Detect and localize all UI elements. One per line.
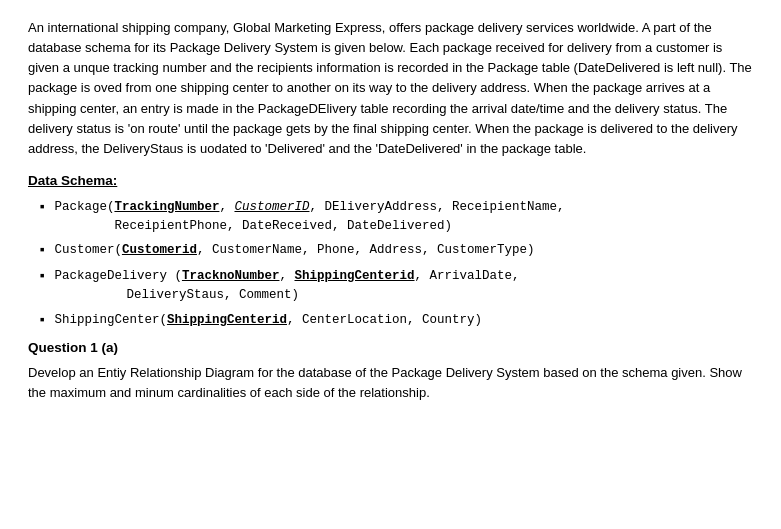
packagedelivery-pk: TracknoNumber (182, 269, 280, 283)
package-pk: TrackingNumber (114, 200, 219, 214)
package-fk: CustomerID (234, 200, 309, 214)
packagedelivery-fk: ShippingCenterid (294, 269, 414, 283)
package-entry: Package(TrackingNumber, CustomerID, DEli… (54, 198, 564, 236)
schema-list: ▪ Package(TrackingNumber, CustomerID, DE… (28, 198, 753, 330)
bullet-package: ▪ (38, 198, 46, 218)
bullet-packagedelivery: ▪ (38, 267, 46, 287)
packagedelivery-entry: PackageDelivery (TracknoNumber, Shipping… (54, 267, 519, 305)
schema-item-packagedelivery: ▪ PackageDelivery (TracknoNumber, Shippi… (38, 267, 753, 305)
packagedelivery-line1: PackageDelivery (TracknoNumber, Shipping… (54, 267, 519, 286)
customer-entry: Customer(Customerid, CustomerName, Phone… (54, 241, 534, 260)
customer-pk: Customerid (122, 243, 197, 257)
packagedelivery-line2: DeliveryStaus, Comment) (54, 286, 519, 305)
bullet-customer: ▪ (38, 241, 46, 261)
question1-text: Develop an Entiy Relationship Diagram fo… (28, 363, 753, 403)
schema-item-package: ▪ Package(TrackingNumber, CustomerID, DE… (38, 198, 753, 236)
intro-paragraph: An international shipping company, Globa… (28, 18, 753, 159)
schema-item-customer: ▪ Customer(Customerid, CustomerName, Pho… (38, 241, 753, 261)
package-line2: ReceipientPhone, DateReceived, DateDeliv… (54, 217, 564, 236)
schema-heading: Data Schema: (28, 173, 753, 188)
question1-heading: Question 1 (a) (28, 340, 753, 355)
schema-item-shippingcenter: ▪ ShippingCenter(ShippingCenterid, Cente… (38, 311, 753, 331)
shippingcenter-pk: ShippingCenterid (167, 313, 287, 327)
package-line1: Package(TrackingNumber, CustomerID, DEli… (54, 198, 564, 217)
bullet-shippingcenter: ▪ (38, 311, 46, 331)
shippingcenter-entry: ShippingCenter(ShippingCenterid, CenterL… (54, 311, 482, 330)
